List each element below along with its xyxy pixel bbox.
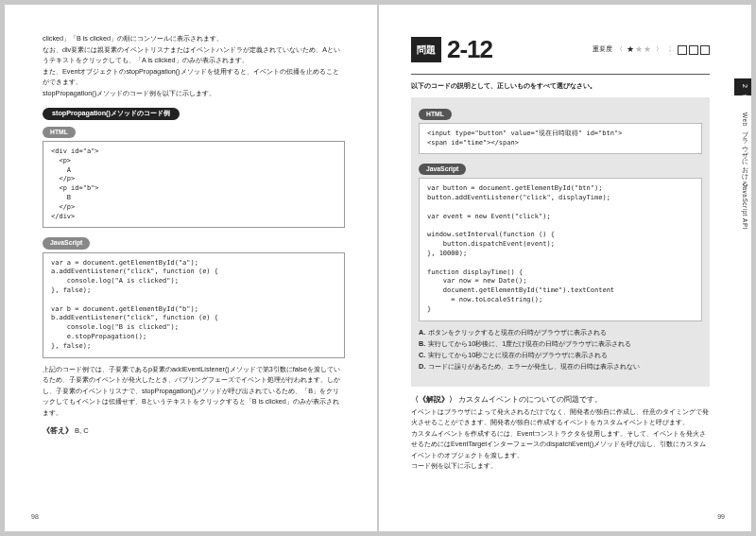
page-99: 2章 WebブラウザにおけるJavaScript API 問題 2-12 重要度… <box>379 5 751 531</box>
intro-text: clicked」「B is clicked」の順にコンソールに表示されます。 な… <box>43 33 345 98</box>
code-label-html: HTML <box>419 109 452 120</box>
header-rule <box>411 74 710 75</box>
chapter-side-label: WebブラウザにおけるJavaScript API <box>734 109 751 233</box>
code-block-js: var a = document.getElementById("a"); a.… <box>43 252 345 358</box>
code-block-html: <input type="button" value="現在日時取得" id="… <box>419 123 702 155</box>
question-header: 問題 2-12 重要度 〈 ★★★ 〉 ⋮⋮ <box>411 31 710 68</box>
chapter-tab: 2章 <box>734 78 751 95</box>
importance-stars: ★★★ <box>627 43 652 57</box>
answer-choices: A.ボタンをクリックすると現在の日時がブラウザに表示される B.実行してから10… <box>419 327 702 373</box>
code-block-html: <div id="a"> <p> A </p> <p id="b"> B </p… <box>43 141 345 228</box>
section-heading-stoppropagation: stopPropagation()メソッドのコード例 <box>43 108 180 120</box>
check-box-3[interactable] <box>700 45 710 55</box>
dots-icon: ⋮⋮ <box>666 46 674 54</box>
question-number: 2-12 <box>447 31 492 68</box>
answer-value: B, C <box>75 426 89 435</box>
question-stem: 以下のコードの説明として、正しいものをすべて選びなさい。 <box>411 80 710 92</box>
page-number: 98 <box>31 512 39 523</box>
explanation: 《解説》 カスタムイベントのについての問題です。 イベントはブラウザによって発火… <box>411 394 710 472</box>
choice-b: B.実行してから10秒後に、1度だけ現在の日時がブラウザに表示される <box>419 338 702 350</box>
question-badge: 問題 <box>411 37 441 62</box>
code-label-js: JavaScript <box>43 237 90 249</box>
after-code-text: 上記のコード例では、子要素であるp要素のaddEventListener()メソ… <box>43 364 345 419</box>
choice-a: A.ボタンをクリックすると現在の日時がブラウザに表示される <box>419 327 702 338</box>
code-label-html: HTML <box>43 127 76 138</box>
answer-line: 《答え》 B, C <box>43 425 345 436</box>
importance-label: 重要度 <box>593 44 612 55</box>
question-code-panel: HTML <input type="button" value="現在日時取得"… <box>411 97 710 387</box>
code-block-js: var button = document.getElementById("bt… <box>419 178 702 320</box>
explain-body: イベントはブラウザによって発火されるだけでなく、開発者が独自に作成し、任意のタイ… <box>411 406 710 472</box>
check-box-2[interactable] <box>689 45 698 55</box>
code-label-js: JavaScript <box>419 164 466 175</box>
page-98: clicked」「B is clicked」の順にコンソールに表示されます。 な… <box>5 5 377 531</box>
choice-c: C.実行してから10秒ごとに現在の日時がブラウザに表示される <box>419 350 702 361</box>
page-number: 99 <box>717 512 725 523</box>
answer-label: 《答え》 <box>43 426 73 435</box>
explain-lead: カスタムイベントのについての問題です。 <box>458 395 602 404</box>
choice-d: D.コードに誤りがあるため、エラーが発生し、現在の日時は表示されない <box>419 361 702 372</box>
check-box-1[interactable] <box>678 45 687 55</box>
check-boxes <box>678 45 710 55</box>
explain-heading: 解説 <box>426 395 441 404</box>
